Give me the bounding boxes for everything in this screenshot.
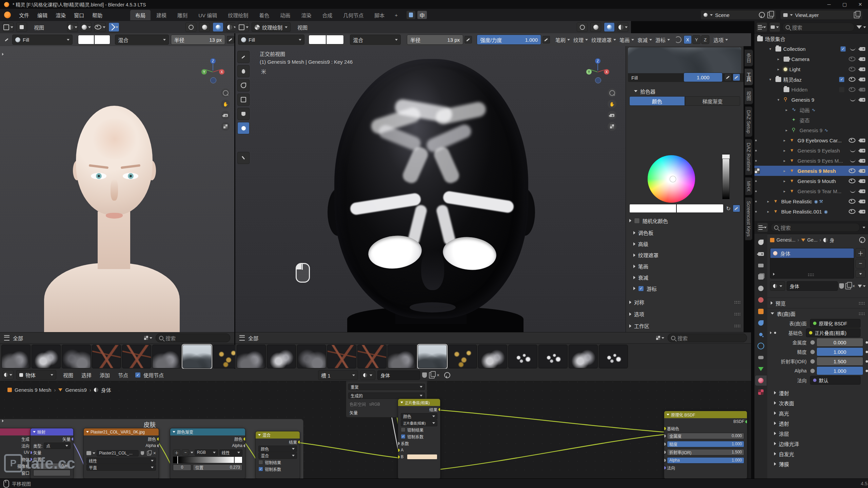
mix-color-node[interactable]: 混合 结果 颜色 混合 钳制结果 ✓钳制系数 — [255, 431, 300, 479]
zoom-icon[interactable] — [221, 88, 230, 97]
sidebar-tab[interactable]: MHX — [745, 177, 752, 195]
animate-dot[interactable] — [866, 351, 868, 353]
zoom-icon[interactable] — [608, 88, 616, 97]
brush-thumbnail[interactable] — [237, 345, 266, 368]
b-color-swatch[interactable] — [407, 454, 437, 460]
node-output[interactable]: 法向 — [0, 442, 32, 449]
recording-icon[interactable] — [406, 11, 416, 19]
gizmo-y-axis[interactable]: Y — [586, 69, 592, 75]
ramp-stop[interactable] — [177, 456, 178, 464]
ramp-stop[interactable] — [234, 456, 235, 464]
camera-visibility-toggle[interactable] — [860, 159, 865, 163]
popover-menu[interactable]: 纹理遮罩 — [591, 36, 616, 43]
brush-thumbnail[interactable] — [297, 345, 326, 368]
strength-pressure-icon[interactable] — [542, 36, 550, 43]
outliner-row[interactable]: Blue Realistic ◉ ⚒ — [754, 196, 868, 206]
collapsed-section[interactable]: 透射 — [767, 418, 868, 428]
interpolation-dropdown[interactable]: 线性 — [86, 458, 156, 464]
minimize-button[interactable]: ─ — [821, 2, 837, 7]
data-type-dropdown[interactable]: 颜色 — [401, 413, 437, 420]
popover-menu[interactable]: 笔画 — [619, 36, 634, 43]
brush-thumbnail[interactable] — [1, 345, 31, 368]
hide-eye-toggle[interactable] — [849, 209, 855, 214]
tab-modifiers[interactable] — [755, 318, 767, 328]
collapsed-panel[interactable]: 工作区 — [626, 320, 744, 332]
swap-colors-icon[interactable]: ↻ — [726, 205, 731, 212]
blend-mode-dropdown[interactable]: 混合 — [258, 452, 297, 459]
workspace-tab[interactable]: 建模 — [151, 10, 172, 20]
properties-editor-dropdown[interactable] — [757, 223, 768, 232]
collapsed-section[interactable]: 高级 — [626, 238, 744, 249]
outliner-row[interactable]: Light — [754, 64, 868, 74]
tab-texture[interactable] — [755, 387, 767, 397]
remove-slot-button[interactable]: − — [855, 259, 866, 268]
outliner-row[interactable]: Genesis 9 Eyelash — [754, 145, 868, 156]
menu-item[interactable]: 文件 — [15, 12, 33, 19]
shading-material-preview-icon[interactable] — [604, 22, 615, 32]
shader-type-dropdown[interactable]: 物体 — [16, 370, 56, 380]
hide-eye-toggle[interactable] — [849, 67, 855, 72]
menu-item[interactable]: 节点 — [114, 371, 132, 379]
node-output[interactable]: 生成 — [0, 435, 32, 442]
slot-filter-icon[interactable] — [773, 273, 775, 276]
blender-menu-icon[interactable] — [4, 12, 11, 18]
color-tab[interactable]: 颜色 — [629, 96, 685, 106]
brush-selector[interactable]: Fill — [12, 35, 73, 45]
tab-object-data[interactable] — [755, 364, 767, 374]
sidebar-tab[interactable]: DAZ Runtime — [745, 139, 752, 175]
brush-thumbnail[interactable] — [267, 345, 296, 368]
brush-thumbnail[interactable] — [152, 345, 181, 368]
pin-icon[interactable] — [444, 372, 450, 378]
add-stop-button[interactable]: ＋ — [173, 449, 180, 455]
a-input[interactable]: A — [398, 447, 440, 453]
tab-object[interactable] — [755, 306, 767, 317]
language-badge[interactable]: 中 — [417, 11, 427, 19]
image-texture-node[interactable]: Plaster21_COL_VAR1_0K.jpg 颜色 Alpha Plast… — [83, 428, 159, 479]
color-ramp-node[interactable]: 颜色渐变 颜色 Alpha ＋ − RGB 线性 0 位置0.273 — [170, 428, 245, 479]
shelf-catalog-all[interactable]: 全部 — [248, 334, 258, 342]
transform-orientation-dropdown[interactable] — [67, 22, 78, 32]
factor-input[interactable]: 系数 — [398, 440, 440, 447]
soften-tool[interactable] — [237, 65, 250, 77]
outliner-row[interactable]: Blue Realistic.001 ◉ — [754, 206, 868, 217]
scene-selector[interactable]: Scene — [701, 10, 776, 20]
symmetry-axis-toggle[interactable]: Y — [692, 35, 701, 44]
shelf-search[interactable]: 搜索 — [156, 333, 230, 342]
pan-hand-icon[interactable]: ✋ — [221, 100, 230, 108]
material-name-field[interactable]: 身体 — [377, 370, 420, 380]
brush-thumbnail[interactable] — [62, 345, 91, 368]
view-menu[interactable]: 视图 — [293, 24, 312, 31]
grid-toggle-icon[interactable] — [221, 122, 230, 131]
annotate-tool[interactable] — [237, 152, 250, 164]
bsdf-output[interactable]: BSDF — [664, 418, 747, 425]
popover-menu[interactable]: 纹理 — [573, 36, 588, 43]
browse-material-icon[interactable] — [770, 281, 785, 291]
strength-slider[interactable]: 1.000 — [684, 73, 723, 82]
camera-visibility-toggle[interactable] — [860, 47, 865, 51]
animate-dot[interactable] — [866, 360, 868, 363]
pan-hand-icon[interactable]: ✋ — [608, 100, 616, 108]
unlink-material-icon[interactable]: × — [852, 283, 855, 289]
editor-type-dropdown[interactable] — [238, 22, 249, 32]
fake-user-icon[interactable] — [839, 283, 844, 289]
clamp-factor-row[interactable]: ✓钳制系数 — [256, 466, 300, 472]
collapsed-section[interactable]: 边缘光泽 — [767, 439, 868, 449]
new-viewlayer-icon[interactable] — [854, 12, 860, 18]
brush-thumbnail[interactable] — [182, 345, 212, 368]
camera-visibility-toggle[interactable] — [860, 139, 865, 142]
stop-position-field[interactable]: 位置0.273 — [193, 464, 242, 471]
ramp-specials-dropdown[interactable] — [191, 452, 193, 453]
menu-item[interactable]: 窗口 — [70, 12, 88, 19]
surface-shader-menu[interactable]: 原理化 BSDF — [810, 319, 861, 328]
properties-options-dropdown[interactable] — [863, 227, 865, 228]
add-slot-button[interactable]: ＋ — [855, 248, 866, 258]
brush-selector[interactable]: Fill — [238, 35, 304, 45]
outliner-row[interactable]: Genesis 9 Mesh — [754, 166, 868, 176]
ior-row[interactable]: 折射率(IOR)1.500 — [664, 448, 747, 456]
collapsed-section[interactable]: 纹理遮罩 — [626, 249, 744, 261]
annotate-curve-icon[interactable] — [108, 22, 119, 32]
camera-visibility-toggle[interactable] — [860, 149, 865, 152]
radius-pressure-icon[interactable] — [465, 36, 472, 43]
primary-color-swatch[interactable] — [78, 35, 94, 44]
outliner-row[interactable]: Genesis 9 — [754, 95, 868, 105]
